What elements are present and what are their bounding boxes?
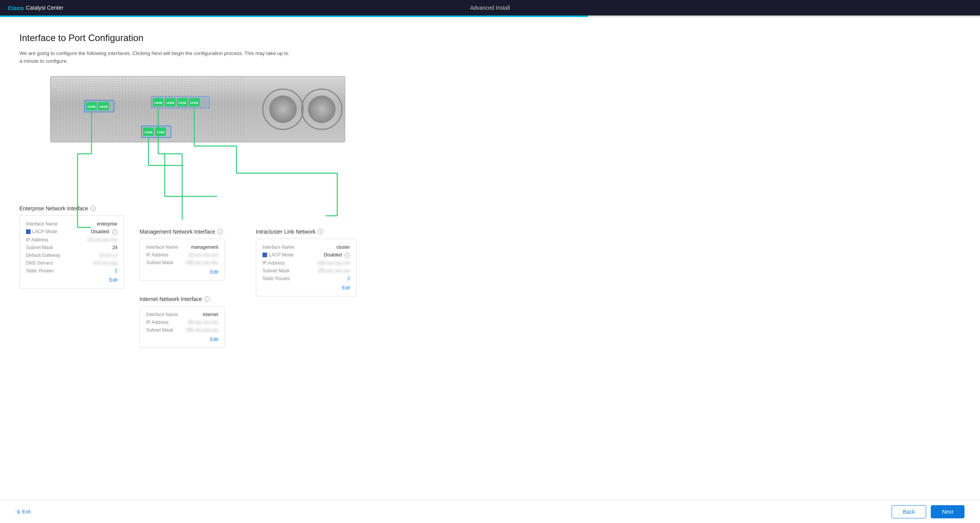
enterprise-dns-row: DNS Servers 123.xxx.xxx xyxy=(26,260,117,266)
intracluster-edit-button[interactable]: Edit xyxy=(342,285,350,291)
internet-edit-link[interactable]: Edit xyxy=(146,336,218,342)
brand-name: Catalyst Center xyxy=(26,5,63,11)
internet-subnet-row: Subnet Mask 255.xxx.xxx.xxx xyxy=(146,327,218,333)
internet-title: Internet Network Interface i xyxy=(140,296,225,302)
page-heading: Interface to Port Configuration xyxy=(19,33,961,43)
internet-ip-label: IP Address xyxy=(146,320,181,325)
management-subnet-value: 255.xxx.xxx.xxx xyxy=(186,260,218,265)
enterprise-gateway-row: Default Gateway 22.xx.x.x xyxy=(26,253,117,258)
intracluster-lacp-info-icon[interactable]: i xyxy=(345,253,350,258)
internet-card: Interface Name internet IP Address 55.xx… xyxy=(140,306,225,348)
center-panels: Management Network Interface i Interface… xyxy=(140,229,225,348)
brand: Cisco Catalyst Center xyxy=(8,5,63,11)
intracluster-ip-value: 169.xxx.xxx.xxx xyxy=(317,260,350,266)
intracluster-subnet-value: 255.xxx.xxx.xxx xyxy=(317,268,350,274)
management-edit-link[interactable]: Edit xyxy=(146,268,218,275)
internet-section: Internet Network Interface i Interface N… xyxy=(140,296,225,348)
management-card: Interface Name management IP Address 32.… xyxy=(140,239,225,280)
top-nav: Cisco Catalyst Center Advanced Install xyxy=(0,0,980,15)
svg-point-7 xyxy=(308,96,335,123)
footer: Exit Back Next xyxy=(0,500,980,523)
enterprise-routes-label: Static Routes xyxy=(26,268,61,274)
intracluster-subnet-row: Subnet Mask 255.xxx.xxx.xxx xyxy=(262,268,350,274)
port-label-3: 10GB xyxy=(154,101,162,105)
exit-button[interactable]: Exit xyxy=(16,509,31,514)
enterprise-subnet-row: Subnet Mask 24 xyxy=(26,245,117,250)
management-name-value: management xyxy=(191,244,218,250)
internet-title-text: Internet Network Interface xyxy=(140,296,202,302)
enterprise-gateway-label: Default Gateway xyxy=(26,253,61,258)
management-name-row: Interface Name management xyxy=(146,244,218,250)
intracluster-name-row: Interface Name cluster xyxy=(262,244,350,250)
exit-icon xyxy=(16,509,20,514)
port-label-6: 10GB xyxy=(190,101,198,105)
svg-point-5 xyxy=(269,96,297,123)
enterprise-edit-link[interactable]: Edit xyxy=(26,277,117,283)
internet-subnet-value: 255.xxx.xxx.xxx xyxy=(186,327,218,333)
port-label-1: 10GB xyxy=(88,105,96,108)
intracluster-lacp-label: LACP Mode xyxy=(262,252,297,258)
next-button[interactable]: Next xyxy=(931,505,964,518)
management-ip-label: IP Address xyxy=(146,252,181,258)
management-edit-button[interactable]: Edit xyxy=(210,269,218,275)
management-ip-value: 32.xxx.xxx.xxx xyxy=(188,252,218,258)
diagram-svg: 10GB 10GB 10GB 10GB 10GB 10GB 10GB 10GB xyxy=(19,76,368,239)
internet-name-label: Interface Name xyxy=(146,312,181,317)
intracluster-ip-label: IP Address xyxy=(262,260,297,266)
internet-subnet-label: Subnet Mask xyxy=(146,327,181,333)
internet-name-row: Interface Name internet xyxy=(146,312,218,317)
intracluster-subnet-label: Subnet Mask xyxy=(262,268,297,274)
enterprise-dns-value: 123.xxx.xxx xyxy=(93,260,117,266)
back-button[interactable]: Back xyxy=(892,505,926,518)
intracluster-name-label: Interface Name xyxy=(262,244,297,250)
enterprise-subnet-value: 24 xyxy=(112,245,117,250)
enterprise-subnet-label: Subnet Mask xyxy=(26,245,61,250)
port-label-8: 10GB xyxy=(157,131,165,134)
port-label-4: 10GB xyxy=(166,101,174,105)
management-subnet-row: Subnet Mask 255.xxx.xxx.xxx xyxy=(146,260,218,265)
intracluster-ip-row: IP Address 169.xxx.xxx.xxx xyxy=(262,260,350,266)
page-title: Advanced Install xyxy=(470,5,510,11)
intracluster-name-value: cluster xyxy=(336,244,350,250)
brand-cisco: Cisco xyxy=(8,5,24,11)
intracluster-routes-row: Static Routes 2 xyxy=(262,276,350,281)
intracluster-lacp-value: Disabled i xyxy=(324,252,350,258)
intracluster-routes-label: Static Routes xyxy=(262,276,297,281)
enterprise-gateway-value: 22.xx.x.x xyxy=(99,253,117,258)
internet-edit-button[interactable]: Edit xyxy=(210,337,218,342)
internet-name-value: internet xyxy=(203,312,218,317)
diagram-wrapper: 10GB 10GB 10GB 10GB 10GB 10GB 10GB 10GB xyxy=(19,76,961,240)
port-label-2: 10GB xyxy=(100,105,108,108)
intracluster-lacp-indicator xyxy=(262,253,267,257)
port-label-5: 10GB xyxy=(178,101,186,105)
svg-rect-3 xyxy=(167,76,244,142)
management-ip-row: IP Address 32.xxx.xxx.xxx xyxy=(146,252,218,258)
management-subnet-label: Subnet Mask xyxy=(146,260,181,265)
enterprise-routes-row: Static Routes 2 xyxy=(26,268,117,274)
intracluster-edit-link[interactable]: Edit xyxy=(262,284,350,291)
intracluster-routes-value[interactable]: 2 xyxy=(347,276,350,281)
enterprise-routes-value[interactable]: 2 xyxy=(115,268,117,274)
panels-container: Enterprise Network Interface i Interface… xyxy=(19,244,961,348)
intracluster-card: Interface Name cluster LACP Mode Disable… xyxy=(256,239,357,296)
enterprise-dns-label: DNS Servers xyxy=(26,260,61,266)
management-name-label: Interface Name xyxy=(146,244,181,250)
exit-label: Exit xyxy=(22,509,31,514)
intracluster-lacp-row: LACP Mode Disabled i xyxy=(262,252,350,258)
internet-info-icon[interactable]: i xyxy=(204,296,210,302)
footer-actions: Back Next xyxy=(892,505,964,518)
port-label-7: 10GB xyxy=(145,131,153,134)
main-content: Interface to Port Configuration We are g… xyxy=(0,17,980,523)
page-description: We are going to configure the following … xyxy=(19,50,291,65)
internet-ip-row: IP Address 55.xxx.xxx.xxx xyxy=(146,320,218,325)
enterprise-edit-button[interactable]: Edit xyxy=(109,277,117,283)
internet-ip-value: 55.xxx.xxx.xxx xyxy=(188,320,218,325)
